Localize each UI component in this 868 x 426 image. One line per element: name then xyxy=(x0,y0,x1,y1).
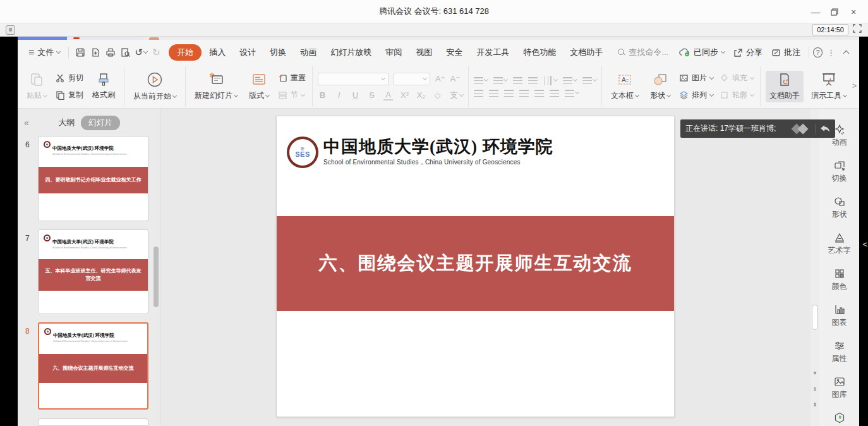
text-frame-button[interactable] xyxy=(563,77,577,84)
superscript-button[interactable]: X² xyxy=(400,90,409,100)
numbered-list-button[interactable] xyxy=(493,77,507,84)
align-right-button[interactable] xyxy=(504,90,514,97)
minimize-button[interactable]: — xyxy=(806,0,825,23)
tab-animation[interactable]: 动画 xyxy=(294,44,323,61)
collapse-panel-button[interactable]: « xyxy=(24,118,29,128)
new-slide-button[interactable]: ✻ 新建幻灯片 xyxy=(191,71,241,102)
paste-button[interactable]: 粘贴 xyxy=(23,71,51,102)
align-left-button[interactable] xyxy=(474,90,483,97)
font-name-select[interactable] xyxy=(318,73,389,85)
current-slide[interactable]: ≋ SES 中国地质大学(武汉) 环境学院 School of Environm… xyxy=(276,116,675,417)
tab-doc-assistant[interactable]: 文档助手 xyxy=(564,44,609,61)
reset-button[interactable]: 重置 xyxy=(277,72,307,84)
bullet-list-button[interactable] xyxy=(474,77,488,84)
rail-transition[interactable]: 切换 xyxy=(832,160,847,184)
rail-wordart[interactable]: 艺术字 xyxy=(828,232,851,256)
layout-button[interactable]: 版式 xyxy=(245,71,273,102)
format-painter-button[interactable]: 格式刷 xyxy=(88,71,119,102)
print-button[interactable] xyxy=(103,45,118,60)
sync-status[interactable]: 已同步 xyxy=(675,44,729,61)
decrease-indent-button[interactable] xyxy=(513,77,522,84)
tab-outline[interactable]: 大纲 xyxy=(58,117,75,128)
columns-button[interactable] xyxy=(550,90,559,97)
reply-arrow-icon[interactable] xyxy=(820,125,830,133)
slide-thumbnail-9-partial[interactable] xyxy=(38,418,148,426)
tab-slideshow[interactable]: 幻灯片放映 xyxy=(324,44,378,61)
export-button[interactable] xyxy=(88,45,103,60)
find-command[interactable]: 查找命令... xyxy=(618,47,668,58)
line-spacing-button[interactable] xyxy=(582,77,596,84)
picture-button[interactable]: 图片 xyxy=(678,72,714,84)
tab-view[interactable]: 视图 xyxy=(409,44,438,61)
tab-features[interactable]: 特色功能 xyxy=(517,44,562,61)
paragraph-spacing-button[interactable] xyxy=(565,90,579,97)
arrange-button[interactable]: 排列 xyxy=(678,89,714,101)
comment-button[interactable]: 批注 xyxy=(767,44,805,61)
increase-indent-button[interactable] xyxy=(528,77,538,84)
tab-review[interactable]: 审阅 xyxy=(379,44,408,61)
align-center-button[interactable] xyxy=(489,90,498,97)
justify-button[interactable] xyxy=(519,90,529,97)
previous-slide-button[interactable]: ⇞ xyxy=(811,384,819,394)
restore-button[interactable] xyxy=(825,0,844,23)
slide-thumbnail-6[interactable]: 中国地质大学(武汉) 环境学院 School of Environmental … xyxy=(38,136,148,221)
file-menu[interactable]: ≡ 文件 xyxy=(24,44,64,61)
present-tools-button[interactable]: 演示工具 xyxy=(807,71,850,102)
grow-font-button[interactable]: A⁺ xyxy=(435,74,445,83)
play-from-current-button[interactable]: 从当前开始 xyxy=(130,70,180,103)
text-direction-button[interactable] xyxy=(543,77,557,84)
more-button[interactable]: ⋮ xyxy=(823,45,840,61)
ribbon-expand-arrow[interactable]: > xyxy=(852,82,857,90)
save-button[interactable] xyxy=(73,45,88,60)
italic-button[interactable]: I xyxy=(334,90,344,100)
clear-format-button[interactable]: ◇ xyxy=(433,90,442,100)
tab-slides[interactable]: 幻灯片 xyxy=(81,116,120,130)
next-slide-button[interactable]: ⇟ xyxy=(811,399,819,410)
meeting-panel-toggle-arrow[interactable]: < xyxy=(862,240,867,248)
print-preview-button[interactable] xyxy=(118,45,133,60)
distribute-button[interactable] xyxy=(534,90,544,97)
strikethrough-button[interactable]: S xyxy=(367,90,377,100)
fill-button[interactable]: 填充 xyxy=(718,72,755,84)
redo-button[interactable]: ↻ xyxy=(148,45,164,60)
tab-security[interactable]: 安全 xyxy=(440,44,469,61)
undo-button[interactable]: ↺ xyxy=(133,45,148,60)
outline-button[interactable]: 轮廓 xyxy=(718,89,755,101)
close-button[interactable]: × xyxy=(844,0,863,23)
share-button[interactable]: 分享 xyxy=(729,44,767,61)
section-button[interactable]: 节 xyxy=(277,89,307,101)
tab-transition[interactable]: 切换 xyxy=(263,44,292,61)
text-box-button[interactable]: A 文本框 xyxy=(607,71,642,102)
bold-button[interactable]: B xyxy=(318,90,327,100)
rail-style[interactable]: 风格 xyxy=(832,412,847,426)
font-size-select[interactable] xyxy=(394,73,430,85)
pinyin-button[interactable]: 支 xyxy=(449,90,463,101)
rail-chart[interactable]: 图表 xyxy=(832,304,847,328)
scroll-down-arrow[interactable]: ▾ xyxy=(811,368,819,378)
fullscreen-icon[interactable] xyxy=(853,24,862,35)
rail-gallery[interactable]: 图库 xyxy=(832,376,847,400)
rail-properties[interactable]: 属性 xyxy=(832,340,847,364)
canvas-scrollbar[interactable] xyxy=(811,109,819,426)
underline-button[interactable]: U xyxy=(351,90,360,100)
doc-assistant-button[interactable]: 文档助手 xyxy=(766,71,804,102)
shrink-font-button[interactable]: A⁻ xyxy=(450,74,461,83)
tab-developer[interactable]: 开发工具 xyxy=(470,44,515,61)
copy-button[interactable]: 复制 xyxy=(54,89,85,101)
subscript-button[interactable]: X₂ xyxy=(416,90,426,100)
cut-button[interactable]: 剪切 xyxy=(54,72,85,84)
font-color-button[interactable]: A xyxy=(383,90,393,100)
tab-insert[interactable]: 插入 xyxy=(203,44,232,61)
help-button[interactable]: ? xyxy=(813,47,823,58)
rail-shape[interactable]: 形状 xyxy=(832,196,847,220)
canvas-scrollbar-thumb[interactable] xyxy=(812,305,818,330)
slide-thumbnail-7[interactable]: 中国地质大学(武汉) 环境学院 School of Environmental … xyxy=(38,229,148,314)
tab-home[interactable]: 开始 xyxy=(169,44,202,61)
copy-icon xyxy=(56,90,65,100)
tab-design[interactable]: 设计 xyxy=(233,44,262,61)
shapes-button[interactable]: 形状 xyxy=(646,71,674,102)
slide-thumbnail-8-selected[interactable]: 中国地质大学(武汉) 环境学院 School of Environmental … xyxy=(38,322,148,410)
collapse-ribbon-button[interactable] xyxy=(840,46,853,59)
rail-color[interactable]: 颜色 xyxy=(832,268,847,292)
panel-scrollbar-thumb[interactable] xyxy=(154,246,159,307)
